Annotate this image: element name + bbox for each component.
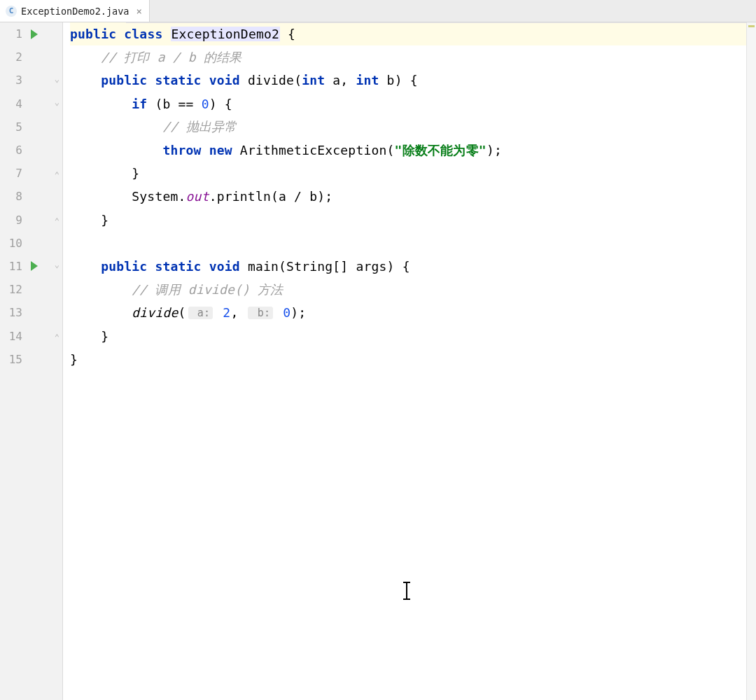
run-gutter-icon[interactable] bbox=[31, 261, 38, 271]
code-line[interactable]: throw new ArithmeticException("除数不能为零"); bbox=[70, 139, 756, 162]
code-line[interactable]: public class ExceptionDemo2 { bbox=[70, 22, 756, 46]
code-line[interactable]: } bbox=[70, 324, 756, 347]
line-number: 3 bbox=[0, 74, 27, 87]
line-number: 6 bbox=[0, 144, 27, 157]
gutter-row: 11⌄ bbox=[0, 255, 62, 278]
code-line[interactable]: // 调用 divide() 方法 bbox=[70, 278, 756, 301]
java-class-icon: C bbox=[6, 6, 17, 17]
fold-icon[interactable]: ⌃ bbox=[55, 216, 59, 226]
code-line[interactable]: } bbox=[70, 209, 756, 232]
line-number: 10 bbox=[0, 237, 27, 250]
tab-filename: ExceptionDemo2.java bbox=[21, 6, 129, 17]
line-number: 5 bbox=[0, 120, 27, 134]
line-number: 14 bbox=[0, 330, 27, 343]
text-caret bbox=[406, 582, 407, 599]
fold-icon[interactable]: ⌄ bbox=[55, 260, 59, 270]
gutter-row: 13 bbox=[0, 301, 62, 324]
line-number: 13 bbox=[0, 306, 27, 319]
tab-bar: C ExceptionDemo2.java × bbox=[0, 0, 756, 22]
line-number: 15 bbox=[0, 353, 27, 366]
editor: 123⌄4⌄567⌃89⌃1011⌄121314⌃15 public class… bbox=[0, 22, 756, 700]
gutter-row: 12 bbox=[0, 278, 62, 301]
code-line[interactable]: // 打印 a / b 的结果 bbox=[70, 46, 756, 69]
gutter-row: 7⌃ bbox=[0, 162, 62, 185]
gutter-row: 6 bbox=[0, 139, 62, 162]
scrollbar-vertical[interactable] bbox=[746, 22, 756, 700]
fold-icon[interactable]: ⌃ bbox=[55, 332, 59, 342]
line-number: 1 bbox=[0, 27, 27, 41]
code-line[interactable]: System.out.println(a / b); bbox=[70, 185, 756, 208]
code-line[interactable]: } bbox=[70, 162, 756, 185]
gutter: 123⌄4⌄567⌃89⌃1011⌄121314⌃15 bbox=[0, 22, 63, 700]
close-icon[interactable]: × bbox=[136, 6, 141, 17]
gutter-row: 8 bbox=[0, 185, 62, 208]
line-number: 2 bbox=[0, 50, 27, 64]
fold-icon[interactable]: ⌄ bbox=[55, 74, 59, 84]
code-line[interactable]: public static void main(String[] args) { bbox=[70, 255, 756, 278]
line-number: 12 bbox=[0, 283, 27, 296]
gutter-row: 15 bbox=[0, 348, 62, 371]
fold-icon[interactable]: ⌄ bbox=[55, 97, 59, 107]
gutter-row: 10 bbox=[0, 232, 62, 255]
divider bbox=[126, 22, 746, 23]
run-gutter-icon[interactable] bbox=[31, 29, 38, 39]
line-number: 4 bbox=[0, 97, 27, 111]
code-line[interactable] bbox=[70, 232, 756, 255]
scrollbar-mark bbox=[748, 25, 755, 27]
gutter-row: 14⌃ bbox=[0, 324, 62, 347]
gutter-row: 9⌃ bbox=[0, 209, 62, 232]
code-line[interactable]: } bbox=[70, 348, 756, 371]
gutter-row: 2 bbox=[0, 46, 62, 69]
line-number: 8 bbox=[0, 190, 27, 203]
gutter-row: 1 bbox=[0, 22, 62, 46]
code-line[interactable]: if (b == 0) { bbox=[70, 92, 756, 115]
file-tab[interactable]: C ExceptionDemo2.java × bbox=[0, 0, 150, 22]
code-line[interactable]: public static void divide(int a, int b) … bbox=[70, 69, 756, 92]
code-line[interactable]: // 抛出异常 bbox=[70, 115, 756, 139]
line-number: 7 bbox=[0, 167, 27, 180]
line-number: 11 bbox=[0, 260, 27, 273]
fold-icon[interactable]: ⌃ bbox=[55, 170, 59, 180]
gutter-row: 5 bbox=[0, 115, 62, 139]
gutter-row: 3⌄ bbox=[0, 69, 62, 92]
code-line[interactable]: divide( a: 2, b: 0); bbox=[70, 301, 756, 324]
gutter-row: 4⌄ bbox=[0, 92, 62, 115]
line-number: 9 bbox=[0, 214, 27, 227]
